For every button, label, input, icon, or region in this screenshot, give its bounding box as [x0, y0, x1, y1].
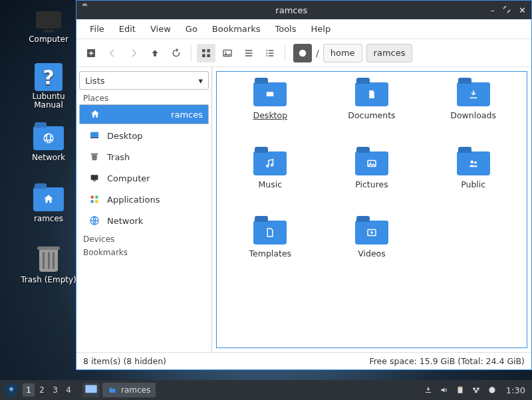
svg-rect-15 — [93, 180, 96, 181]
sidebar-item-computer[interactable]: Computer — [79, 168, 209, 188]
help-icon: ? — [33, 64, 64, 90]
folder-home-icon — [33, 186, 64, 213]
computer-small-icon — [88, 172, 100, 184]
tray-volume-icon[interactable] — [440, 385, 449, 395]
folder-templates[interactable]: Templates — [221, 218, 320, 284]
statusbar: 8 item(s) (8 hidden) Free space: 15.9 Gi… — [76, 352, 531, 369]
titlebar[interactable]: ramces – ✕ — [76, 1, 531, 19]
tray-notifications-icon[interactable] — [487, 385, 497, 395]
tray-updates-icon[interactable] — [424, 385, 433, 395]
desktop-icon-manual[interactable]: ? Lubuntu Manual — [19, 64, 78, 110]
desktop-icon-home[interactable]: ramces — [19, 186, 78, 223]
folder-public[interactable]: Public — [424, 149, 523, 215]
breadcrumb-current[interactable]: ramces — [366, 44, 413, 62]
tray-clipboard-icon[interactable] — [456, 385, 465, 395]
desktop-icon-computer[interactable]: Computer — [19, 7, 78, 44]
folder-small-icon — [108, 386, 117, 394]
menu-go[interactable]: Go — [179, 21, 204, 37]
tray-network-icon[interactable] — [471, 385, 481, 395]
view-thumbnails-button[interactable] — [218, 44, 237, 62]
sidebar-item-desktop[interactable]: Desktop — [79, 126, 209, 146]
svg-rect-18 — [91, 200, 94, 203]
desktop-icon-label: Trash (Empty) — [21, 276, 76, 284]
folder-icon — [457, 82, 490, 106]
folder-label: Templates — [249, 249, 292, 258]
task-label: ramces — [121, 385, 150, 395]
back-button[interactable] — [103, 44, 122, 62]
maximize-button[interactable] — [503, 5, 511, 15]
workspace-3[interactable]: 3 — [49, 383, 61, 397]
folder-desktop[interactable]: Desktop — [221, 80, 320, 146]
apps-icon — [88, 193, 100, 205]
desktop-icon-label: Computer — [29, 35, 68, 44]
chevron-down-icon: ▾ — [198, 76, 203, 86]
menu-edit[interactable]: Edit — [112, 21, 142, 37]
reload-button[interactable] — [167, 44, 186, 62]
folder-network-icon — [33, 125, 64, 151]
close-button[interactable]: ✕ — [519, 5, 526, 15]
view-icons-button[interactable] — [197, 44, 215, 62]
sidebar-item-trash[interactable]: Trash — [79, 147, 209, 167]
folder-icon — [355, 221, 388, 245]
workspace-switcher: 1 2 3 4 — [23, 383, 74, 397]
task-show-desktop[interactable] — [82, 383, 100, 397]
folder-grid[interactable]: Desktop Documents Downloads Music Pictur… — [216, 71, 527, 348]
up-button[interactable] — [146, 44, 164, 62]
minimize-button[interactable]: – — [491, 5, 495, 15]
forward-button[interactable] — [124, 44, 143, 62]
file-manager-window: ramces – ✕ File Edit View Go Bookmarks T… — [76, 0, 532, 370]
toolbar-separator — [191, 45, 192, 61]
menu-file[interactable]: File — [83, 21, 111, 37]
trash-icon — [33, 247, 64, 274]
view-compact-button[interactable] — [239, 44, 258, 62]
window-controls: – ✕ — [491, 5, 526, 15]
svg-point-6 — [225, 51, 226, 52]
network-small-icon — [88, 215, 100, 227]
breadcrumb: / home ramces — [293, 44, 412, 62]
svg-rect-11 — [90, 132, 98, 138]
view-detailed-button[interactable] — [261, 44, 279, 62]
svg-rect-2 — [207, 49, 210, 52]
desktop-icon-network[interactable]: Network — [19, 125, 78, 162]
folder-label: Pictures — [355, 179, 388, 189]
workspace-2[interactable]: 2 — [36, 383, 48, 397]
desktop-icon-trash[interactable]: Trash (Empty) — [19, 247, 78, 284]
sidebar-item-label: Trash — [107, 152, 130, 162]
folder-icon — [355, 82, 388, 106]
sidebar-item-applications[interactable]: Applications — [79, 189, 209, 209]
menu-help[interactable]: Help — [305, 21, 338, 37]
svg-rect-31 — [477, 388, 479, 390]
svg-rect-17 — [95, 196, 98, 199]
menu-tools[interactable]: Tools — [268, 21, 303, 37]
folder-videos[interactable]: Videos — [323, 218, 422, 284]
menu-bookmarks[interactable]: Bookmarks — [205, 21, 267, 37]
workspace-1[interactable]: 1 — [23, 383, 35, 397]
workspace-4[interactable]: 4 — [63, 383, 74, 397]
sidebar-item-home[interactable]: ramces — [79, 104, 209, 124]
folder-music[interactable]: Music — [221, 149, 320, 215]
task-filemanager[interactable]: ramces — [102, 383, 156, 397]
svg-rect-29 — [459, 386, 462, 387]
folder-label: Videos — [358, 249, 386, 258]
start-button[interactable] — [4, 383, 19, 397]
folder-label: Music — [259, 179, 283, 189]
folder-documents[interactable]: Documents — [323, 80, 422, 146]
sidebar-selector[interactable]: Lists ▾ — [79, 71, 209, 90]
taskbar-clock[interactable]: 1:30 — [503, 385, 528, 395]
folder-downloads[interactable]: Downloads — [424, 80, 523, 146]
folder-pictures[interactable]: Pictures — [323, 149, 422, 215]
desktop-icon-label: Lubuntu Manual — [19, 92, 78, 110]
sidebar-selector-value: Lists — [85, 76, 105, 86]
trash-small-icon — [88, 151, 100, 163]
folder-label: Desktop — [253, 110, 288, 120]
sidebar-item-network[interactable]: Network — [79, 211, 209, 231]
home-icon — [89, 108, 101, 120]
sidebar: Lists ▾ Places ramces Desktop Trash Comp… — [76, 67, 212, 352]
sidebar-item-label: ramces — [171, 110, 203, 120]
breadcrumb-label: ramces — [374, 48, 406, 58]
svg-rect-28 — [458, 387, 462, 393]
new-tab-button[interactable] — [82, 44, 100, 62]
breadcrumb-home[interactable]: home — [323, 44, 362, 62]
menu-view[interactable]: View — [144, 21, 178, 37]
breadcrumb-root[interactable] — [293, 44, 312, 62]
